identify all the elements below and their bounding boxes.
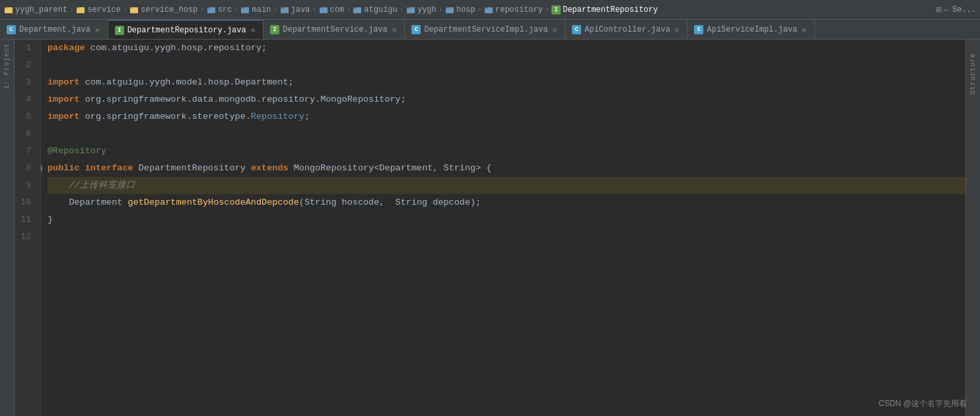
line-num-12: 12 (15, 228, 35, 246)
breadcrumb-com[interactable]: com (319, 5, 345, 15)
svg-rect-21 (485, 7, 488, 9)
folder-icon (76, 5, 85, 15)
breadcrumb-hosp[interactable]: hosp (445, 5, 475, 15)
code-line-2 (48, 57, 965, 74)
line-num-9: 9 (15, 177, 35, 194)
back-icon[interactable]: ← (944, 5, 950, 15)
folder-icon (353, 5, 362, 15)
lightbulb-icon[interactable]: 💡 (41, 177, 43, 194)
code-line-12 (48, 228, 965, 246)
breadcrumb-sep: › (199, 5, 204, 15)
project-panel-label: 1: Project (3, 43, 11, 89)
breadcrumb-sep: › (123, 5, 127, 15)
breadcrumb-label: DepartmentRepository (563, 5, 658, 15)
breadcrumb-label: yygh_parent (15, 5, 67, 15)
tab-department-java[interactable]: C Department.java ✕ (0, 20, 108, 40)
breadcrumb-sep: › (545, 5, 549, 15)
tab-close-button[interactable]: ✕ (391, 25, 398, 35)
breadcrumb-yygh[interactable]: yygh (406, 5, 437, 15)
tab-close-button[interactable]: ✕ (551, 25, 559, 35)
line-num-4: 4 (15, 91, 35, 108)
class-icon: C (41, 162, 42, 174)
editor-area[interactable]: 1 2 3 4 5 6 7 8 9 10 11 12 package com.a… (15, 40, 965, 416)
breadcrumb-label: yygh (417, 5, 437, 15)
watermark: CSDN @这个名字先用着 (878, 398, 967, 409)
svg-rect-3 (77, 7, 80, 9)
breadcrumb-atguigu[interactable]: atguigu (353, 5, 397, 15)
project-panel-gutter[interactable]: 1: Project (0, 40, 15, 416)
breadcrumb-right-actions: ⊞ ← Se... (936, 4, 976, 15)
svg-rect-19 (446, 7, 449, 9)
svg-rect-11 (281, 7, 284, 9)
interface-file-icon: I (115, 26, 124, 35)
folder-icon (129, 5, 139, 15)
svg-rect-1 (5, 7, 8, 9)
line-num-10: 10 (15, 194, 35, 211)
folder-icon (207, 5, 216, 15)
svg-rect-17 (407, 7, 410, 9)
tab-close-button[interactable]: ✕ (94, 25, 101, 35)
breadcrumb-sep: › (438, 5, 443, 15)
tab-label: DepartmentRepository.java (127, 26, 246, 35)
breadcrumb-sep: › (312, 5, 316, 15)
breadcrumb-label: service_hosp (141, 5, 197, 15)
layout-icon[interactable]: ⊞ (936, 4, 941, 15)
line-num-6: 6 (15, 125, 35, 143)
interface-file-icon: I (270, 25, 279, 34)
breadcrumb-repository[interactable]: repository (484, 5, 543, 15)
line-num-11: 11 (15, 211, 35, 228)
class-file-icon: C (7, 25, 16, 34)
code-line-5: ▽ import org.springframework.stereotype.… (48, 108, 965, 125)
breadcrumb-service[interactable]: service (76, 5, 120, 15)
breadcrumb-service-hosp[interactable]: service_hosp (129, 5, 197, 15)
code-line-8: C public interface DepartmentRepository … (48, 160, 965, 177)
tab-label: ApiServiceImpl.java (707, 25, 797, 34)
code-content[interactable]: package com.atguigu.yygh.hosp.repository… (41, 40, 965, 416)
tab-close-button[interactable]: ✕ (800, 25, 808, 35)
folder-icon (406, 5, 415, 15)
code-line-4: import org.springframework.data.mongodb.… (48, 91, 965, 108)
tab-api-controller-java[interactable]: C ApiController.java ✕ (565, 20, 687, 40)
line-num-1: 1 (15, 40, 35, 57)
breadcrumb-label: com (330, 5, 345, 15)
folder-icon (280, 5, 289, 15)
class-file-icon: C (572, 25, 581, 34)
breadcrumb-label: hosp (456, 5, 475, 15)
tab-department-service-impl-java[interactable]: C DepartmentServiceImpl.java ✕ (405, 20, 565, 40)
line-num-7: 7 (15, 143, 35, 160)
breadcrumb-sep: › (69, 5, 74, 15)
breadcrumb-java[interactable]: java (280, 5, 310, 15)
breadcrumb-trailing: Se... (952, 5, 976, 15)
line-num-2: 2 (15, 57, 35, 74)
svg-rect-5 (130, 7, 133, 9)
interface-file-icon: I (551, 5, 561, 15)
svg-rect-15 (353, 7, 357, 9)
tab-label: DepartmentServiceImpl.java (424, 25, 547, 34)
structure-panel[interactable]: Structure (965, 40, 980, 416)
folder-icon (484, 5, 493, 15)
breadcrumb-bar: yygh_parent › service › service_hosp › s… (0, 0, 980, 20)
breadcrumb-src[interactable]: src (207, 5, 232, 15)
class-file-icon: C (694, 25, 703, 34)
tab-close-button[interactable]: ✕ (250, 25, 257, 35)
tab-label: Department.java (19, 25, 90, 34)
breadcrumb-label: main (252, 5, 271, 15)
code-line-10: Department getDepartmentByHoscodeAndDepc… (48, 194, 965, 211)
breadcrumb-sep: › (400, 5, 404, 15)
tab-department-repository-java[interactable]: I DepartmentRepository.java ✕ (108, 20, 264, 40)
breadcrumb-department-repository[interactable]: I DepartmentRepository (551, 5, 658, 15)
breadcrumb-label: service (87, 5, 120, 15)
breadcrumb-main[interactable]: main (240, 5, 271, 15)
folder-icon (4, 5, 13, 15)
breadcrumb-sep: › (477, 5, 482, 15)
tab-close-button[interactable]: ✕ (674, 25, 681, 35)
breadcrumb-yygh-parent[interactable]: yygh_parent (4, 5, 67, 15)
tab-department-service-java[interactable]: I DepartmentService.java ✕ (263, 20, 405, 40)
folder-icon (445, 5, 454, 15)
tab-api-service-impl-java[interactable]: C ApiServiceImpl.java ✕ (687, 20, 814, 40)
breadcrumb-sep: › (273, 5, 277, 15)
main-layout: 1: Project 1 2 3 4 5 6 7 8 9 10 11 12 pa… (0, 40, 980, 416)
code-line-11: } (48, 211, 965, 228)
line-numbers: 1 2 3 4 5 6 7 8 9 10 11 12 (15, 40, 41, 416)
line-num-3: 3 (15, 74, 35, 91)
